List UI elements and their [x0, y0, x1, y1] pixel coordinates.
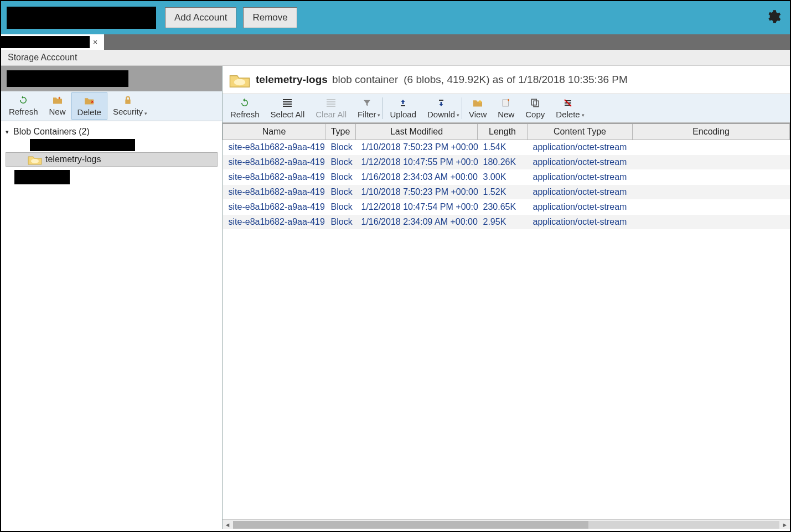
- filter-icon: [360, 97, 374, 109]
- label: Filter: [358, 110, 376, 119]
- left-pane: Refresh New × Delete Security ▾ ▾ Blob C…: [1, 66, 223, 529]
- remove-account-button[interactable]: Remove: [243, 7, 297, 28]
- dropdown-icon[interactable]: ▾: [144, 111, 147, 116]
- dropdown-icon[interactable]: ▾: [378, 112, 380, 118]
- cloud-folder-icon: [229, 71, 250, 88]
- copy-button[interactable]: Copy: [520, 95, 550, 121]
- cell-modified: 1/10/2018 7:50:23 PM +00:00: [356, 140, 478, 155]
- delete-blob-button[interactable]: Delete ▾: [550, 95, 585, 121]
- cell-length: 180.26K: [478, 155, 528, 170]
- container-type: blob container: [332, 74, 398, 86]
- col-modified[interactable]: Last Modified: [356, 124, 478, 140]
- select-all-button[interactable]: Select All: [265, 95, 311, 121]
- cell-encoding: [633, 140, 790, 155]
- cell-content-type: application/octet-stream: [528, 215, 633, 230]
- tree-item-telemetry-logs[interactable]: telemetry-logs: [6, 152, 218, 167]
- view-button[interactable]: View: [463, 95, 492, 121]
- svg-rect-3: [283, 99, 292, 100]
- container-header: telemetry-logs blob container (6 blobs, …: [223, 66, 790, 94]
- cell-type: Block: [325, 185, 356, 200]
- main-split: Refresh New × Delete Security ▾ ▾ Blob C…: [1, 66, 790, 529]
- security-label: Security: [113, 107, 143, 116]
- scroll-track[interactable]: [233, 521, 779, 529]
- cell-length: 2.95K: [478, 215, 528, 230]
- table-row[interactable]: site-e8a1b682-a9aa-419Block1/16/2018 2:3…: [223, 215, 790, 230]
- cell-name: site-e8a1b682-a9aa-419: [223, 170, 325, 185]
- svg-rect-4: [283, 101, 292, 102]
- table-row[interactable]: site-e8a1b682-a9aa-419Block1/16/2018 2:3…: [223, 170, 790, 185]
- account-name-redacted: [7, 7, 156, 29]
- add-account-button[interactable]: Add Account: [165, 7, 236, 28]
- account-row[interactable]: [1, 66, 222, 91]
- table-row[interactable]: site-e8a1b682-a9aa-419Block1/12/2018 10:…: [223, 200, 790, 215]
- table-row[interactable]: site-e8a1b682-a9aa-419Block1/10/2018 7:5…: [223, 140, 790, 155]
- cloud-folder-icon: [28, 154, 42, 165]
- refresh-icon: [17, 95, 30, 106]
- svg-rect-12: [439, 100, 443, 101]
- cell-length: 3.00K: [478, 170, 528, 185]
- cell-type: Block: [325, 215, 356, 230]
- svg-point-1: [31, 159, 39, 163]
- scroll-left-icon[interactable]: ◄: [223, 521, 232, 528]
- cell-encoding: [633, 155, 790, 170]
- filter-button[interactable]: Filter ▾: [352, 95, 381, 121]
- cell-encoding: [633, 215, 790, 230]
- table-row[interactable]: site-e8a1b682-a9aa-419Block1/10/2018 7:5…: [223, 185, 790, 200]
- col-name[interactable]: Name: [223, 124, 325, 140]
- tree-item-redacted[interactable]: [6, 138, 218, 152]
- blob-grid[interactable]: Name Type Last Modified Length Content T…: [223, 123, 790, 519]
- delete-label: Delete: [77, 107, 101, 117]
- new-button[interactable]: New: [44, 92, 71, 120]
- tree-root-label: Blob Containers (2): [13, 127, 90, 137]
- new-blob-button[interactable]: New: [492, 95, 520, 121]
- cell-encoding: [633, 170, 790, 185]
- cell-modified: 1/12/2018 10:47:54 PM +00:00: [356, 200, 478, 215]
- scroll-right-icon[interactable]: ►: [780, 521, 790, 528]
- clear-all-icon: [324, 97, 338, 109]
- dropdown-icon[interactable]: ▾: [457, 112, 459, 118]
- horizontal-scrollbar[interactable]: ◄ ►: [223, 519, 790, 529]
- gear-icon[interactable]: [766, 9, 781, 27]
- right-pane: telemetry-logs blob container (6 blobs, …: [223, 66, 790, 529]
- chevron-down-icon[interactable]: ▾: [6, 128, 13, 136]
- refresh-button[interactable]: Refresh: [3, 92, 44, 120]
- upload-button[interactable]: Upload: [384, 95, 422, 121]
- tree-view: ▾ Blob Containers (2) telemetry-logs: [1, 121, 222, 190]
- new-label: New: [49, 107, 66, 116]
- tab-active[interactable]: ×: [1, 34, 104, 50]
- col-encoding[interactable]: Encoding: [633, 124, 790, 140]
- tab-label-redacted: [1, 36, 90, 48]
- cell-content-type: application/octet-stream: [528, 200, 633, 215]
- label: Delete: [556, 110, 580, 119]
- download-icon: [435, 97, 448, 109]
- dropdown-icon[interactable]: ▾: [582, 112, 585, 118]
- cell-content-type: application/octet-stream: [528, 185, 633, 200]
- refresh-button[interactable]: Refresh: [225, 95, 265, 121]
- security-button[interactable]: Security ▾: [107, 92, 148, 120]
- download-button[interactable]: Downld ▾: [422, 95, 461, 121]
- cell-content-type: application/octet-stream: [528, 170, 633, 185]
- label: Refresh: [230, 110, 260, 119]
- container-stats: (6 blobs, 419.92K) as of 1/18/2018 10:35…: [404, 74, 628, 86]
- col-length[interactable]: Length: [478, 124, 528, 140]
- col-type[interactable]: Type: [325, 124, 356, 140]
- cell-name: site-e8a1b682-a9aa-419: [223, 155, 325, 170]
- svg-point-13: [479, 100, 482, 103]
- scroll-thumb[interactable]: [233, 521, 588, 529]
- col-content-type[interactable]: Content Type: [528, 124, 633, 140]
- close-icon[interactable]: ×: [90, 38, 101, 47]
- clear-all-button: Clear All: [310, 95, 352, 121]
- svg-rect-14: [503, 100, 509, 106]
- breadcrumb: Storage Acccount: [1, 50, 790, 66]
- table-row[interactable]: site-e8a1b682-a9aa-419Block1/12/2018 10:…: [223, 155, 790, 170]
- tree-item-redacted-2[interactable]: [6, 169, 218, 185]
- delete-button[interactable]: × Delete: [71, 92, 107, 120]
- label: Select All: [271, 110, 305, 119]
- cell-name: site-e8a1b682-a9aa-419: [223, 185, 325, 200]
- cell-content-type: application/octet-stream: [528, 155, 633, 170]
- cell-type: Block: [325, 200, 356, 215]
- svg-point-2: [234, 79, 245, 86]
- svg-rect-9: [327, 104, 335, 105]
- tree-root[interactable]: ▾ Blob Containers (2): [6, 126, 218, 138]
- cell-type: Block: [325, 155, 356, 170]
